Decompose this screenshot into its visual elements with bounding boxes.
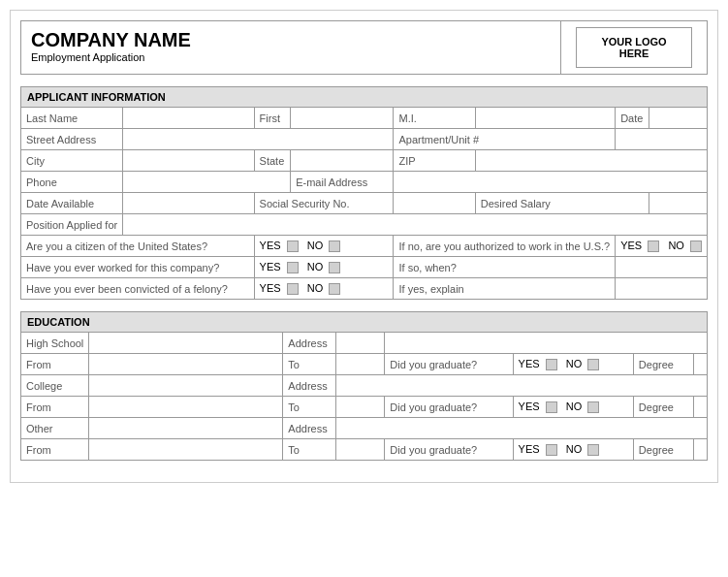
email-label: E-mail Address [291,172,394,193]
phone-input[interactable] [123,172,291,193]
zip-label: ZIP [394,150,475,172]
desired-salary-label: Desired Salary [475,193,649,214]
worked-no-checkbox[interactable] [329,262,340,273]
other-label: Other [21,418,89,439]
city-input[interactable] [123,150,254,172]
college-label: College [21,375,89,397]
authorized-yes-label: YES [620,240,642,251]
company-name: COMPANY NAME [31,29,551,51]
citizen-question: Are you a citizen of the United States? [21,236,255,257]
table-row: High School Address [21,333,708,354]
felony-question: Have you ever been convicted of a felony… [21,278,255,300]
desired-salary-input[interactable] [649,193,708,214]
col-to-input[interactable] [336,397,385,418]
other-yes-label: YES [519,443,540,455]
other-degree-input[interactable] [693,439,707,461]
ssn-label: Social Security No. [254,193,394,214]
phone-label: Phone [21,172,123,193]
authorized-no-label: NO [668,240,684,251]
hs-yes-checkbox[interactable] [546,359,557,370]
other-yes-checkbox[interactable] [546,444,557,456]
authorized-yes-checkbox[interactable] [648,240,659,252]
education-section-header: EDUCATION [20,311,708,332]
ssn-input[interactable] [394,193,475,214]
other-name-input[interactable] [89,418,283,439]
table-row: Have you ever worked for this company? Y… [21,257,708,278]
other-to-input[interactable] [336,439,385,461]
position-input[interactable] [123,214,708,236]
col-no-label: NO [566,401,583,412]
felony-no-checkbox[interactable] [329,283,340,295]
hs-graduate-label: Did you graduate? [385,354,513,375]
college-name-input[interactable] [89,375,283,397]
hs-yes-label: YES [519,358,540,369]
date-label: Date [616,108,649,129]
table-row: Other Address [21,418,708,439]
worked-yes-label: YES [260,261,281,272]
other-no-checkbox[interactable] [587,444,599,456]
other-address-label: Address [283,418,336,439]
apartment-label: Apartment/Unit # [394,129,616,150]
other-graduate-yes-no: YES NO [513,439,633,461]
applicant-section-header: APPLICANT INFORMATION [20,86,708,107]
last-name-input[interactable] [123,108,254,129]
hs-no-label: NO [566,358,583,369]
col-from-input[interactable] [89,397,283,418]
citizen-no-checkbox[interactable] [329,240,340,252]
high-school-name-input[interactable] [89,333,283,354]
position-label: Position Applied for [21,214,123,236]
other-no-label: NO [566,443,583,455]
street-address-input[interactable] [123,129,394,150]
other-graduate-label: Did you graduate? [385,439,513,461]
table-row: From To Did you graduate? YES NO Degree [21,439,708,461]
hs-no-checkbox[interactable] [587,359,599,370]
table-row: Are you a citizen of the United States? … [21,236,708,257]
hs-to-input[interactable] [336,354,385,375]
header-right: YOUR LOGOHERE [561,21,707,74]
first-input[interactable] [291,108,394,129]
felony-yes-checkbox[interactable] [287,283,299,295]
college-address-input[interactable] [336,375,708,397]
other-from-input[interactable] [89,439,283,461]
last-name-label: Last Name [21,108,123,129]
hs-degree-input[interactable] [693,354,707,375]
citizen-yes-checkbox[interactable] [287,240,299,252]
apartment-input[interactable] [616,129,708,150]
authorized-no-checkbox[interactable] [690,240,702,252]
col-degree-input[interactable] [693,397,707,418]
felony-yes-label: YES [260,282,281,294]
state-label: State [254,150,291,172]
date-input[interactable] [649,108,708,129]
table-row: City State ZIP [21,150,708,172]
hs-from-input[interactable] [89,354,283,375]
other-address-input[interactable] [336,418,708,439]
header-left: COMPANY NAME Employment Application [21,21,561,74]
hs-to-label: To [283,354,336,375]
col-from-label: From [21,397,89,418]
high-school-label: High School [21,333,89,354]
hs-address-input[interactable] [336,333,385,354]
education-table: High School Address From To Did you grad… [20,332,708,461]
col-no-checkbox[interactable] [587,401,599,413]
table-row: Position Applied for [21,214,708,236]
mi-input[interactable] [475,108,615,129]
first-label: First [254,108,291,129]
date-available-input[interactable] [123,193,254,214]
citizen-no-label: NO [307,240,324,251]
zip-input[interactable] [475,150,707,172]
worked-yes-checkbox[interactable] [287,262,299,273]
table-row: Street Address Apartment/Unit # [21,129,708,150]
mi-label: M.I. [394,108,475,129]
worked-when-label: If so, when? [394,257,616,278]
email-input[interactable] [394,172,708,193]
col-yes-checkbox[interactable] [546,401,557,413]
felony-explain-input[interactable] [616,278,708,300]
state-input[interactable] [291,150,394,172]
table-row: From To Did you graduate? YES NO Degree [21,354,708,375]
col-graduate-yes-no: YES NO [513,397,633,418]
logo-box: YOUR LOGOHERE [576,27,692,68]
date-available-label: Date Available [21,193,123,214]
other-from-label: From [21,439,89,461]
col-to-label: To [283,397,336,418]
worked-when-input[interactable] [616,257,708,278]
